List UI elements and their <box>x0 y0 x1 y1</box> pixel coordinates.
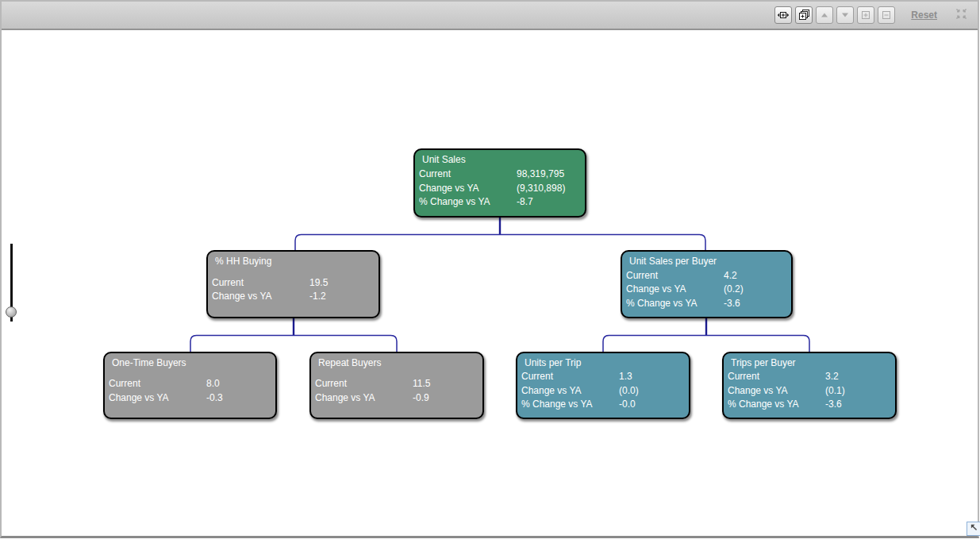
metric-row: Current 1.3 <box>517 370 689 384</box>
metric-row: % Change vs YA -3.6 <box>622 297 791 311</box>
metric-label: Change vs YA <box>517 385 582 396</box>
metric-label: Change vs YA <box>311 392 375 403</box>
metric-label: Change vs YA <box>622 283 686 295</box>
app-window: Reset Unit Sales Current 98,319,795 <box>0 0 979 538</box>
metric-value: (0.2) <box>724 283 744 297</box>
metric-row: % Change vs YA -8.7 <box>415 195 585 210</box>
fit-width-button[interactable] <box>774 6 792 24</box>
tree-node-unit-sales[interactable]: Unit Sales Current 98,319,795 Change vs … <box>413 148 586 218</box>
metric-label: Current <box>415 168 451 179</box>
metric-value: -3.6 <box>825 398 842 412</box>
expand-horizontal-icon <box>777 9 790 21</box>
metric-value: 8.0 <box>206 377 220 391</box>
triangle-down-icon <box>839 9 851 21</box>
node-rows: Current 11.5 Change vs YA -0.9 <box>311 370 482 412</box>
toolbar: Reset <box>2 2 978 30</box>
plus-box-icon <box>859 9 872 21</box>
reset-link[interactable]: Reset <box>911 10 937 21</box>
four-arrows-icon <box>955 7 968 24</box>
metric-label: Current <box>517 371 553 382</box>
metric-value: -1.2 <box>309 290 326 304</box>
metric-label: Current <box>105 378 140 389</box>
node-title: Units per Trip <box>525 357 581 368</box>
tree-node-one-time-buyers[interactable]: One-Time Buyers Current 8.0 Change vs YA… <box>103 352 277 419</box>
metric-label: % Change vs YA <box>622 298 698 309</box>
metric-value: -0.9 <box>413 391 429 406</box>
metric-row: % Change vs YA -0.0 <box>517 398 689 412</box>
pan-to-origin-button[interactable] <box>967 522 980 536</box>
metric-value: -3.6 <box>724 297 740 311</box>
minus-box-icon <box>880 9 893 21</box>
cascade-plus-icon <box>797 9 810 21</box>
triangle-up-icon <box>818 9 831 21</box>
metric-value: -0.3 <box>206 391 223 406</box>
metric-label: Current <box>622 270 658 281</box>
metric-label: Current <box>724 371 759 382</box>
metric-row: Change vs YA -0.9 <box>311 391 482 406</box>
metric-value: 4.2 <box>724 269 737 283</box>
zoom-in-button[interactable] <box>857 6 874 24</box>
tree-node-unit-sales-per-buyer[interactable]: Unit Sales per Buyer Current 4.2 Change … <box>621 250 793 318</box>
tree-node-trips-per-buyer[interactable]: Trips per Buyer Current 3.2 Change vs YA… <box>722 352 897 419</box>
node-title: Trips per Buyer <box>731 357 796 368</box>
metric-value: 98,319,795 <box>517 168 564 182</box>
metric-label: Change vs YA <box>208 291 272 302</box>
metric-value: (0.1) <box>825 384 845 399</box>
metric-label: % Change vs YA <box>517 399 593 410</box>
node-rows: Current 3.2 Change vs YA (0.1) % Change … <box>724 370 895 412</box>
metric-row: Current 19.5 <box>208 276 379 291</box>
metric-value: (0.0) <box>619 384 639 399</box>
node-title: Unit Sales per Buyer <box>629 256 717 267</box>
metric-label: % Change vs YA <box>724 399 799 410</box>
node-title: One-Time Buyers <box>112 357 186 368</box>
metric-value: 3.2 <box>825 370 839 384</box>
metric-label: Change vs YA <box>415 183 479 194</box>
node-title: Repeat Buyers <box>318 357 381 368</box>
node-rows: Current 98,319,795 Change vs YA (9,310,8… <box>415 167 585 210</box>
zoom-out-button[interactable] <box>878 6 895 24</box>
node-rows: Current 8.0 Change vs YA -0.3 <box>105 370 275 412</box>
node-rows: Current 1.3 Change vs YA (0.0) % Change … <box>517 370 689 412</box>
metric-row: % Change vs YA -3.6 <box>724 398 895 412</box>
metric-row: Current 3.2 <box>724 370 895 384</box>
metric-row: Change vs YA -0.3 <box>105 391 275 406</box>
zoom-slider-handle[interactable] <box>6 306 17 318</box>
metric-row: Current 98,319,795 <box>415 168 585 182</box>
metric-value: -0.0 <box>619 398 636 412</box>
collapse-level-button[interactable] <box>816 6 833 24</box>
metric-value: (9,310,898) <box>517 182 565 196</box>
metric-label: Current <box>311 378 347 389</box>
tree-canvas[interactable] <box>2 32 978 536</box>
tree-node-hh-buying[interactable]: % HH Buying Current 19.5 Change vs YA -1… <box>206 250 380 318</box>
metric-label: % Change vs YA <box>415 196 490 207</box>
metric-row: Change vs YA (0.1) <box>724 384 895 399</box>
tree-node-repeat-buyers[interactable]: Repeat Buyers Current 11.5 Change vs YA … <box>309 352 484 419</box>
metric-row: Current 4.2 <box>622 269 791 283</box>
metric-row: Change vs YA (9,310,898) <box>415 182 585 196</box>
expand-level-button[interactable] <box>836 6 854 24</box>
node-title: % HH Buying <box>215 256 271 267</box>
metric-label: Change vs YA <box>105 392 169 403</box>
metric-label: Change vs YA <box>724 385 788 396</box>
metric-value: 11.5 <box>413 377 430 391</box>
expand-all-levels-button[interactable] <box>795 6 813 24</box>
metric-row: Current 8.0 <box>105 377 275 391</box>
node-rows: Current 19.5 Change vs YA -1.2 <box>208 268 379 311</box>
metric-row: Change vs YA -1.2 <box>208 290 379 304</box>
metric-row: Current 11.5 <box>311 377 482 391</box>
metric-label: Current <box>208 277 244 288</box>
metric-value: 1.3 <box>619 370 632 384</box>
node-rows: Current 4.2 Change vs YA (0.2) % Change … <box>622 268 791 311</box>
node-title: Unit Sales <box>422 154 466 165</box>
tree-node-units-per-trip[interactable]: Units per Trip Current 1.3 Change vs YA … <box>516 352 690 419</box>
arrow-up-left-icon <box>969 522 979 535</box>
metric-row: Change vs YA (0.2) <box>622 283 791 297</box>
metric-value: -8.7 <box>517 195 533 210</box>
metric-row: Change vs YA (0.0) <box>517 384 689 399</box>
metric-value: 19.5 <box>309 276 328 291</box>
